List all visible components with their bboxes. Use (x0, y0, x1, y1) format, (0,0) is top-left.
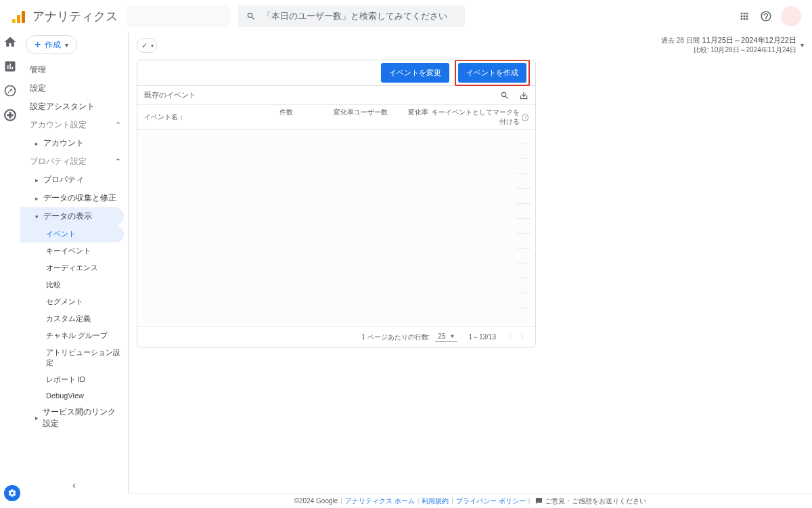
analytics-logo-icon (11, 8, 27, 24)
help-icon[interactable]: ? (522, 114, 528, 121)
sidebar-collapse-icon[interactable]: ‹ (72, 479, 76, 490)
table-footer: 1 ページあたりの行数: 25 ▼ 1～13/13 〈 〉 (137, 326, 535, 347)
search-icon (246, 12, 256, 21)
footer-link-home[interactable]: アナリティクス ホーム (345, 496, 415, 506)
avatar[interactable] (781, 6, 801, 26)
plus-icon: + (35, 39, 41, 51)
status-chip[interactable]: ✓ (137, 38, 157, 53)
create-label: 作成 (45, 39, 61, 51)
table-body-redacted (137, 130, 535, 326)
nav-setup-assistant[interactable]: 設定アシスタント (20, 98, 128, 116)
admin-settings-button[interactable] (4, 485, 20, 501)
nav-events[interactable]: イベント (20, 226, 124, 242)
chevron-down-icon: ▾ (65, 41, 68, 49)
download-icon[interactable] (519, 91, 528, 100)
chevron-down-icon[interactable]: ▾ (800, 41, 804, 49)
date-range: 11月25日～2024年12月22日 (702, 35, 796, 45)
nav-channel-group[interactable]: チャネル グループ (20, 327, 128, 344)
search-placeholder: 「本日のユーザー数」と検索してみてください (263, 10, 447, 22)
col-key-event: キーイベントとしてマークを付ける ? (428, 108, 528, 127)
feedback-link[interactable]: ご意見・ご感想をお送りください (535, 496, 646, 506)
nav-service-link[interactable]: サービス間のリンク設定 (20, 403, 128, 433)
footer: ©2024 Google | アナリティクス ホーム | 利用規約 | プライバ… (129, 493, 812, 508)
nav-data-collection[interactable]: データの収集と修正 (20, 189, 128, 207)
apps-icon[interactable] (738, 9, 751, 23)
col-rate2[interactable]: 変化率 (388, 108, 428, 127)
existing-events-label: 既存のイベント (144, 90, 196, 100)
gear-icon (7, 488, 17, 498)
explore-icon[interactable] (3, 84, 17, 98)
sort-up-icon: ↑ (180, 114, 183, 121)
search-input[interactable]: 「本日のユーザー数」と検索してみてください (238, 5, 465, 27)
nav-property[interactable]: プロパティ (20, 171, 128, 189)
page-range: 1～13/13 (468, 333, 496, 342)
home-icon[interactable] (3, 35, 17, 49)
rows-per-page-select[interactable]: 25 ▼ (435, 333, 457, 342)
table-header: イベント名↑ 件数 変化率 ユーザー数 変化率 キーイベントとしてマークを付ける… (137, 105, 535, 130)
col-rate[interactable]: 変化率 (293, 108, 354, 127)
date-compare: 比較: 10月28日～2024年11月24日 (661, 45, 796, 55)
footer-link-terms[interactable]: 利用規約 (422, 496, 449, 506)
chevron-up-icon: ⌃ (115, 157, 121, 166)
col-count[interactable]: 件数 (273, 108, 293, 127)
section-property[interactable]: プロパティ設定 ⌃ (20, 152, 128, 171)
nav-audience[interactable]: オーディエンス (20, 259, 128, 276)
nav-debugview[interactable]: DebugView (20, 388, 128, 403)
nav-attribution[interactable]: アトリビューション設定 (20, 344, 128, 371)
nav-rail (0, 33, 20, 508)
main-content: ✓ 過去 28 日間 11月25日～2024年12月22日 比較: 10月28日… (129, 33, 812, 493)
nav-segment[interactable]: セグメント (20, 293, 128, 310)
col-event-name[interactable]: イベント名↑ (144, 108, 273, 127)
check-icon: ✓ (141, 41, 148, 50)
modify-event-button[interactable]: イベントを変更 (381, 63, 449, 83)
col-users[interactable]: ユーザー数 (354, 108, 388, 127)
svg-point-1 (9, 114, 12, 117)
footer-link-privacy[interactable]: プライバシー ポリシー (456, 496, 526, 506)
create-event-highlight: イベントを作成 (455, 60, 530, 86)
prev-page-icon[interactable]: 〈 (504, 331, 512, 343)
nav-data-display[interactable]: データの表示 (20, 207, 124, 226)
help-icon[interactable] (759, 9, 773, 23)
nav-compare[interactable]: 比較 (20, 276, 128, 293)
next-page-icon[interactable]: 〉 (520, 331, 528, 343)
rows-per-page-label: 1 ページあたりの行数: (361, 333, 430, 342)
date-range-picker[interactable]: 過去 28 日間 11月25日～2024年12月22日 比較: 10月28日～2… (661, 35, 804, 55)
nav-custom-def[interactable]: カスタム定義 (20, 310, 128, 327)
section-account[interactable]: アカウント設定 ⌃ (20, 116, 128, 134)
app-title: アナリティクス (32, 8, 118, 24)
sidebar: + 作成 ▾ 管理 設定 設定アシスタント アカウント設定 ⌃ アカウント プロ… (20, 33, 129, 493)
chevron-down-icon: ▼ (449, 333, 455, 339)
card-toolbar: イベントを変更 イベントを作成 (137, 60, 535, 86)
create-event-button[interactable]: イベントを作成 (458, 63, 526, 83)
advertising-icon[interactable] (3, 108, 17, 122)
copyright: ©2024 Google (294, 497, 338, 505)
reports-icon[interactable] (3, 60, 17, 73)
property-selector[interactable] (127, 5, 230, 27)
nav-key-events[interactable]: キーイベント (20, 242, 128, 259)
search-icon[interactable] (500, 91, 510, 100)
chevron-up-icon: ⌃ (115, 121, 121, 129)
nav-admin[interactable]: 管理 (20, 61, 128, 79)
header-bar: アナリティクス 「本日のユーザー数」と検索してみてください (0, 0, 812, 33)
feedback-icon (535, 497, 543, 505)
nav-report-id[interactable]: レポート ID (20, 371, 128, 388)
nav-settings[interactable]: 設定 (20, 79, 128, 98)
nav-account[interactable]: アカウント (20, 134, 128, 152)
date-period-label: 過去 28 日間 (661, 36, 700, 45)
events-card: イベントを変更 イベントを作成 既存のイベント イベント名↑ 件数 変化率 ユー… (137, 60, 536, 347)
create-button[interactable]: + 作成 ▾ (26, 35, 77, 54)
